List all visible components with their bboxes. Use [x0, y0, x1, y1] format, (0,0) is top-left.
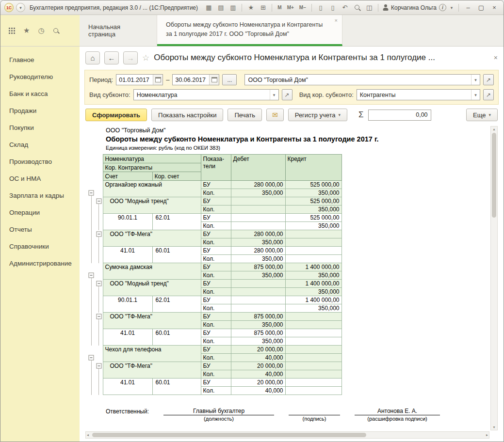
user-menu[interactable]: Корчагина Ольга	[382, 4, 437, 11]
report-cell-credit[interactable]: 350,000	[285, 304, 341, 313]
report-cell-credit[interactable]	[285, 329, 341, 337]
scroll-left-icon[interactable]: ◂	[87, 432, 89, 438]
report-cell-indicator[interactable]: Кол.	[201, 189, 231, 197]
kor-subkonto-open-button[interactable]: ↗	[483, 89, 494, 100]
tab-close-icon[interactable]: ×	[335, 18, 338, 23]
search-icon[interactable]	[53, 28, 59, 34]
home-button[interactable]: ⌂	[85, 51, 100, 64]
report-cell-debit[interactable]	[231, 296, 285, 304]
report-cell-debit[interactable]: 350,000	[231, 321, 285, 329]
report-cell-credit[interactable]: 350,000	[285, 189, 341, 197]
history-icon[interactable]: ◷	[38, 26, 44, 35]
close-button[interactable]: ×	[489, 3, 500, 13]
report-cell-indicator[interactable]: Кол.	[201, 337, 231, 346]
report-cell-indicator[interactable]: Кол.	[201, 205, 231, 214]
sidebar-item-sklad[interactable]: Склад	[0, 136, 80, 153]
report-cell-debit[interactable]	[231, 222, 285, 230]
organization-open-button[interactable]: ↗	[483, 74, 494, 85]
report-cell-credit[interactable]	[285, 370, 341, 379]
tab-report[interactable]: Обороты между субконто Номенклатура и Ко…	[157, 15, 342, 46]
report-cell-credit[interactable]	[285, 321, 341, 329]
report-cell-kor-account[interactable]: 62.01	[152, 296, 201, 313]
generate-button[interactable]: Сформировать	[85, 109, 147, 121]
report-cell-account[interactable]: 90.01.1	[103, 296, 152, 313]
chevron-down-icon[interactable]: ▾	[471, 75, 480, 85]
report-cell-credit[interactable]: 350,000	[285, 271, 341, 280]
tree-expander-icon[interactable]	[87, 354, 95, 362]
register-button[interactable]: Регистр учета ▾	[288, 109, 347, 121]
report-cell-kor-account[interactable]: 60.01	[152, 329, 201, 346]
report-cell-debit[interactable]	[231, 280, 285, 288]
report-cell-group-label[interactable]: Органайзер кожаный	[103, 181, 201, 197]
report-cell-indicator[interactable]: Кол.	[201, 304, 231, 313]
report-cell-debit[interactable]: 875 000,00	[231, 313, 285, 321]
sidebar-item-pokupki[interactable]: Покупки	[0, 119, 80, 136]
report-cell-credit[interactable]: 350,000	[285, 205, 341, 214]
sidebar-item-operatsii[interactable]: Операции	[0, 204, 80, 221]
report-cell-group-label[interactable]: ООО "Модный тренд"	[103, 197, 201, 214]
report-cell-indicator[interactable]: БУ	[201, 280, 231, 288]
report-cell-indicator[interactable]: БУ	[201, 247, 231, 255]
report-cell-credit[interactable]	[285, 337, 341, 346]
report-cell-credit[interactable]	[285, 354, 341, 362]
horizontal-scrollbar-thumb[interactable]	[92, 433, 366, 437]
report-cell-debit[interactable]: 20 000,00	[231, 379, 285, 387]
report-cell-indicator[interactable]: БУ	[201, 263, 231, 271]
subkonto-select[interactable]: Номенклатура ▾	[133, 89, 279, 100]
report-cell-credit[interactable]: 350,000	[285, 288, 341, 296]
report-cell-kor-account[interactable]: 62.01	[152, 214, 201, 230]
report-cell-credit[interactable]	[285, 346, 341, 354]
report-cell-credit[interactable]: 525 000,00	[285, 214, 341, 222]
report-cell-debit[interactable]: 280 000,00	[231, 230, 285, 238]
report-cell-credit[interactable]: 1 400 000,00	[285, 280, 341, 288]
print-icon[interactable]: ▤	[216, 3, 226, 13]
report-cell-debit[interactable]	[231, 214, 285, 222]
report-cell-indicator[interactable]: БУ	[201, 181, 231, 189]
sidebar-item-spravochniki[interactable]: Справочники	[0, 238, 80, 255]
report-cell-kor-account[interactable]: 60.01	[152, 247, 201, 263]
report-cell-credit[interactable]: 1 400 000,00	[285, 263, 341, 271]
print-preview-icon[interactable]: ▥	[228, 3, 238, 13]
calendar-icon[interactable]	[209, 75, 219, 85]
show-table-icon[interactable]: ⊞	[258, 3, 268, 13]
subkonto-open-button[interactable]: ↗	[282, 89, 293, 100]
chevron-down-icon[interactable]: ▾	[270, 90, 278, 100]
tree-expander-icon[interactable]	[95, 230, 103, 238]
report-cell-credit[interactable]	[285, 230, 341, 238]
tree-expander-icon[interactable]	[87, 271, 95, 280]
chevron-down-icon[interactable]: ▾	[471, 90, 480, 100]
forward-button[interactable]: →	[123, 51, 138, 64]
report-cell-debit[interactable]: 40,000	[231, 387, 285, 395]
report-cell-credit[interactable]	[285, 362, 341, 370]
report-cell-indicator[interactable]: БУ	[201, 313, 231, 321]
tree-expander-icon[interactable]	[95, 197, 103, 205]
report-cell-credit[interactable]	[285, 247, 341, 255]
new-document-icon[interactable]: ▯	[316, 3, 325, 13]
report-cell-indicator[interactable]: Кол.	[201, 238, 231, 247]
print-button[interactable]: Печать	[228, 109, 262, 121]
sum-field[interactable]: 0,00	[368, 110, 431, 121]
report-cell-indicator[interactable]: Кол.	[201, 255, 231, 263]
send-mail-button[interactable]: ✉	[266, 109, 284, 121]
sidebar-item-glavnoe[interactable]: Главное	[0, 51, 80, 68]
sidebar-item-proizvodstvo[interactable]: Производство	[0, 153, 80, 170]
main-menu-button[interactable]: ▾	[16, 3, 25, 12]
report-cell-debit[interactable]: 350,000	[231, 189, 285, 197]
sidebar-item-otchety[interactable]: Отчеты	[0, 221, 80, 238]
report-cell-indicator[interactable]: БУ	[201, 329, 231, 337]
report-cell-indicator[interactable]: Кол.	[201, 370, 231, 379]
sidebar-item-os-i-nma[interactable]: ОС и НМА	[0, 170, 80, 187]
report-cell-credit[interactable]	[285, 238, 341, 247]
report-cell-group-label[interactable]: ООО "ТФ-Мега"	[103, 313, 201, 329]
date-to-field[interactable]: 30.06.2017	[172, 74, 219, 85]
report-cell-group-label[interactable]: ООО "Модный тренд"	[103, 280, 201, 296]
sidebar-item-administrirovanie[interactable]: Администрирование	[0, 255, 80, 272]
report-cell-indicator[interactable]: Кол.	[201, 222, 231, 230]
back-button[interactable]: ←	[104, 51, 119, 64]
split-window-icon[interactable]: ◫	[364, 3, 374, 13]
report-cell-indicator[interactable]: БУ	[201, 362, 231, 370]
report-cell-indicator[interactable]: Кол.	[201, 288, 231, 296]
report-cell-debit[interactable]: 20 000,00	[231, 346, 285, 354]
report-cell-debit[interactable]: 280 000,00	[231, 247, 285, 255]
report-cell-group-label[interactable]: ООО "ТФ-Мега"	[103, 230, 201, 247]
